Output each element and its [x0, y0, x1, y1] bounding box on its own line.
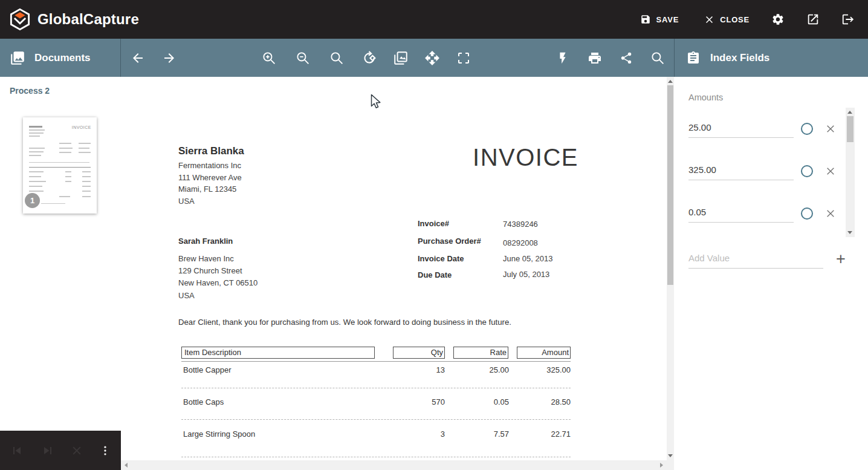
first-page-button[interactable]: [10, 443, 24, 458]
first-page-icon: [10, 443, 24, 458]
thumb-line: [29, 155, 41, 156]
amount-field-1[interactable]: [688, 117, 794, 138]
flash-button[interactable]: [556, 51, 569, 65]
thumb-line: [29, 181, 46, 182]
vertical-scroll-thumb[interactable]: [667, 85, 673, 285]
scroll-left-arrow-icon[interactable]: [125, 463, 128, 468]
scrollbar-corner: [667, 460, 674, 470]
thumb-line: [41, 203, 65, 204]
amount-delete-button-2[interactable]: [825, 166, 836, 177]
invoice-meta-value: June 05, 2013: [503, 254, 552, 263]
customer-address-line: New Haven, CT 06510: [178, 277, 257, 289]
amounts-list-scrollbar[interactable]: [846, 108, 855, 237]
arrow-back-button[interactable]: [131, 51, 145, 65]
pan-button[interactable]: [424, 50, 440, 66]
invoice-greeting: Dear Client, thank you for purchasing fr…: [178, 318, 511, 327]
amount-field-2[interactable]: [688, 160, 794, 180]
scroll-down-arrow-icon[interactable]: [668, 454, 673, 457]
thumb-line: [29, 126, 42, 128]
pages-button[interactable]: [393, 50, 409, 66]
thumb-line: [65, 181, 71, 182]
scroll-down-arrow-icon[interactable]: [847, 231, 852, 234]
table-header-item-description: Item Description: [181, 347, 375, 359]
fullscreen-button[interactable]: [456, 51, 471, 65]
customer-address-line: Brew Haven Inc: [178, 253, 257, 265]
thumb-line: [82, 176, 91, 177]
save-icon: [640, 14, 651, 25]
invoice-vendor-name: Sierra Blanka: [178, 145, 244, 157]
zoom-out-button[interactable]: [296, 50, 311, 65]
logout-button[interactable]: [841, 13, 855, 26]
print-icon: [588, 51, 602, 65]
amount-locate-button-3[interactable]: [801, 207, 813, 220]
index-fields-section-header[interactable]: Index Fields: [674, 39, 868, 77]
table-header-rate: Rate: [453, 347, 508, 359]
table-cell-amount: 325.00: [517, 365, 571, 374]
amounts-section-label: Amounts: [688, 93, 723, 102]
table-cell-qty: 3: [393, 429, 445, 439]
table-row-divider: [181, 457, 571, 457]
share-button[interactable]: [620, 51, 633, 65]
amount-locate-button-1[interactable]: [801, 123, 813, 135]
arrow-forward-button[interactable]: [162, 51, 177, 65]
print-button[interactable]: [588, 51, 602, 65]
more-options-button[interactable]: [99, 445, 111, 457]
invoice-vendor-address: Fermentations Inc 111 Wherever Ave Miami…: [178, 160, 242, 207]
next-page-button[interactable]: [40, 443, 55, 458]
page-thumbnail[interactable]: INVOICE 1: [23, 117, 97, 214]
thumb-line: [29, 186, 42, 187]
save-button[interactable]: SAVE: [640, 14, 679, 25]
more-vert-icon: [99, 445, 111, 457]
table-header-rule: [181, 361, 571, 362]
scroll-right-arrow-icon[interactable]: [660, 463, 663, 468]
invoice-meta-label: Invoice#: [418, 219, 449, 228]
amount-locate-button-2[interactable]: [801, 165, 813, 177]
viewer-vertical-scrollbar[interactable]: [667, 77, 674, 460]
scroll-up-arrow-icon[interactable]: [847, 111, 852, 114]
thumb-line: [79, 143, 91, 144]
open-in-new-button[interactable]: [806, 13, 820, 26]
invoice-meta-value: 08292008: [503, 238, 538, 247]
thumb-line: [65, 171, 71, 172]
amounts-scroll-thumb[interactable]: [847, 116, 853, 142]
table-header-amount: Amount: [517, 347, 571, 359]
amount-delete-button-1[interactable]: [825, 123, 836, 134]
clipboard-icon: [686, 51, 701, 65]
app-header: GlobalCapture SAVE CLOSE: [0, 0, 868, 39]
x-icon: [826, 124, 835, 134]
table-cell-desc: Bottle Capper: [183, 365, 232, 374]
add-value-button[interactable]: +: [832, 250, 849, 267]
scroll-up-arrow-icon[interactable]: [668, 80, 673, 83]
header-actions: SAVE CLOSE: [615, 13, 855, 26]
thumb-line: [29, 171, 44, 172]
documents-icon: [10, 50, 25, 66]
document-viewer[interactable]: Sierra Blanka Fermentations Inc 111 Wher…: [121, 77, 667, 460]
rotate-button[interactable]: [361, 50, 377, 66]
next-page-icon: [40, 443, 55, 458]
vendor-address-line: 111 Wherever Ave: [178, 172, 242, 184]
thumb-line: [29, 176, 41, 177]
add-value-input[interactable]: [688, 248, 823, 269]
zoom-in-button[interactable]: [262, 50, 277, 65]
documents-section-header[interactable]: Documents: [0, 39, 121, 77]
thumb-line: [59, 152, 71, 153]
close-button[interactable]: CLOSE: [704, 15, 750, 25]
zoom-select-button[interactable]: [329, 50, 345, 65]
thumb-line: [29, 151, 44, 152]
amount-field-3[interactable]: [688, 202, 794, 223]
document-nav-bar: [0, 431, 121, 470]
index-fields-panel: Amounts +: [674, 77, 868, 470]
delete-document-button[interactable]: [71, 445, 83, 457]
thumbnail-invoice-title: INVOICE: [72, 125, 91, 129]
thumb-line: [29, 162, 89, 163]
share-icon: [620, 51, 633, 65]
page-number-badge: 1: [25, 193, 40, 208]
toolbar: Documents: [0, 39, 868, 77]
settings-button[interactable]: [771, 13, 785, 26]
thumb-line: [65, 176, 71, 177]
search-button[interactable]: [650, 50, 666, 65]
viewer-horizontal-scrollbar[interactable]: [121, 460, 667, 470]
thumb-line: [82, 186, 91, 187]
amount-delete-button-3[interactable]: [825, 208, 836, 219]
vendor-address-line: USA: [178, 195, 242, 207]
